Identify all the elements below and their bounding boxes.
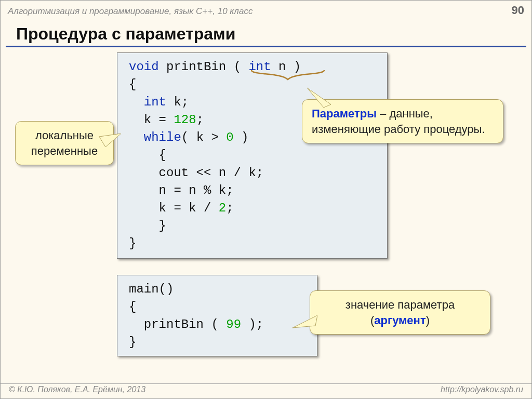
footer-url: http://kpolyakov.spb.ru (441, 385, 523, 394)
footer: © К.Ю. Поляков, Е.А. Ерёмин, 2013 http:/… (1, 383, 531, 396)
callout-text: локальные переменные (31, 129, 98, 157)
code-line: { (129, 147, 376, 164)
page-number: 90 (512, 4, 524, 17)
code-line: } (129, 334, 305, 351)
code-block-procedure: void printBin ( int n ) { int k; k = 128… (117, 52, 388, 259)
code-line: n = n % k; (129, 182, 376, 200)
callout-argument: значение параметра (аргумент) (310, 290, 490, 335)
header-subject: Алгоритмизация и программирование, язык … (8, 6, 252, 17)
callout-text: ) (426, 314, 430, 327)
code-line: cout << n / k; (129, 164, 376, 182)
callout-highlight: аргумент (374, 314, 425, 327)
callout-highlight: Параметры (312, 107, 377, 120)
code-block-main: main() { printBin ( 99 ); } (117, 275, 317, 356)
code-line: } (129, 217, 376, 235)
code-line: k = k / 2; (129, 200, 376, 217)
content-stage: void printBin ( int n ) { int k; k = 128… (1, 47, 531, 380)
code-line: main() (129, 281, 305, 298)
code-line: { (129, 298, 305, 316)
header: Алгоритмизация и программирование, язык … (1, 1, 531, 18)
callout-tail-icon (99, 134, 125, 149)
callout-tail-icon (291, 312, 317, 333)
code-line: printBin ( 99 ); (129, 316, 305, 334)
code-line: } (129, 235, 376, 252)
curly-brace-icon (249, 69, 327, 82)
page-title: Процедура с параметрами (6, 18, 526, 47)
callout-tail-icon (307, 87, 333, 108)
footer-copyright: © К.Ю. Поляков, Е.А. Ерёмин, 2013 (9, 385, 145, 394)
